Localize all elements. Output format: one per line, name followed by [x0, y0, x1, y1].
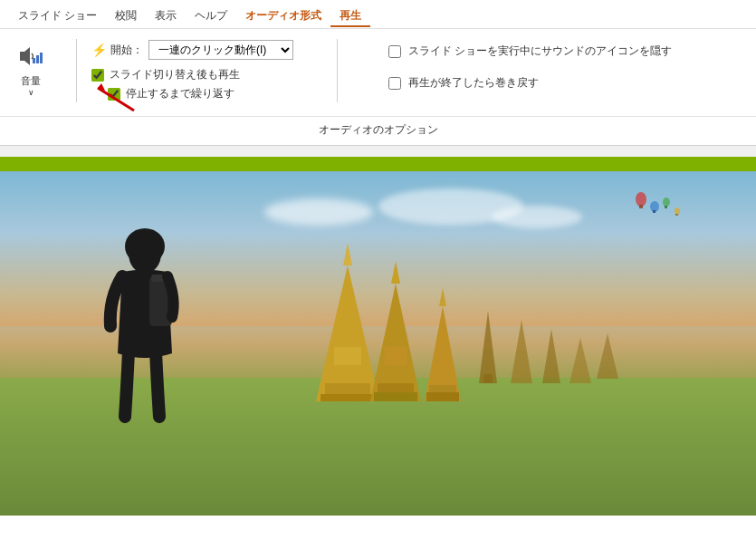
rewind-checkbox-row: 再生が終了したら巻き戻す	[388, 75, 672, 91]
balloons	[623, 188, 695, 243]
audio-options-link[interactable]: オーディオのオプション	[319, 123, 438, 136]
svg-point-31	[125, 228, 165, 265]
hide-icon-label[interactable]: スライド ショーを実行中にサウンドのアイコンを隠す	[408, 43, 672, 59]
green-bar	[0, 157, 756, 171]
svg-marker-11	[597, 333, 618, 379]
ribbon-divider-2	[337, 39, 338, 102]
options-bar: オーディオのオプション	[0, 116, 756, 145]
slide-switch-label[interactable]: スライド切り替え後も再生	[110, 67, 240, 82]
svg-marker-9	[542, 329, 560, 383]
volume-icon	[14, 40, 47, 72]
hide-icon-checkbox-row: スライド ショーを実行中にサウンドのアイコンを隠す	[388, 43, 672, 59]
svg-rect-27	[426, 392, 459, 401]
volume-label[interactable]: 音量	[21, 74, 41, 88]
volume-section: 音量 ∨	[14, 36, 47, 97]
svg-rect-35	[639, 205, 643, 208]
svg-marker-10	[569, 338, 591, 383]
svg-rect-39	[665, 206, 667, 208]
menu-item-help[interactable]: ヘルプ	[186, 5, 236, 27]
white-gap	[0, 146, 756, 157]
svg-marker-0	[20, 47, 30, 65]
slide-switch-checkbox-row: スライド切り替え後も再生	[91, 67, 293, 82]
svg-marker-18	[343, 243, 352, 265]
temple-scene	[189, 238, 687, 419]
loop-checkbox-row: 停止するまで繰り返す	[91, 86, 293, 101]
svg-marker-24	[391, 261, 400, 284]
loop-label[interactable]: 停止するまで繰り返す	[126, 86, 234, 101]
svg-rect-41	[675, 214, 678, 216]
svg-rect-14	[321, 394, 375, 401]
svg-point-34	[636, 192, 646, 207]
ribbon: 音量 ∨ ⚡ 開始： 一連のクリック動作(I) 自動 クリック時	[0, 29, 756, 146]
svg-rect-22	[381, 365, 410, 383]
start-row: ⚡ 開始： 一連のクリック動作(I) 自動 クリック時	[91, 40, 293, 60]
svg-rect-21	[374, 392, 417, 401]
svg-marker-8	[511, 320, 532, 383]
person-silhouette	[91, 227, 199, 426]
svg-marker-6	[479, 311, 497, 383]
svg-marker-29	[439, 288, 446, 306]
svg-rect-16	[334, 347, 361, 365]
start-select[interactable]: 一連のクリック動作(I) 自動 クリック時	[148, 40, 293, 60]
svg-rect-1	[33, 58, 35, 63]
svg-rect-2	[36, 55, 39, 63]
bolt-icon: ⚡	[91, 43, 107, 57]
ribbon-content: 音量 ∨ ⚡ 開始： 一連のクリック動作(I) 自動 クリック時	[0, 29, 756, 112]
svg-point-38	[663, 198, 670, 207]
svg-point-40	[675, 207, 680, 215]
svg-rect-15	[330, 365, 366, 383]
loop-checkbox[interactable]	[108, 88, 120, 101]
rewind-label[interactable]: 再生が終了したら巻き戻す	[408, 75, 539, 91]
slide-image	[0, 171, 756, 516]
slide-switch-checkbox[interactable]	[91, 69, 104, 82]
hide-icon-checkbox[interactable]	[388, 45, 401, 58]
right-section: スライド ショーを実行中にサウンドのアイコンを隠す 再生が終了したら巻き戻す	[388, 36, 672, 100]
menu-item-slideshow[interactable]: スライド ショー	[9, 5, 106, 27]
app-window: スライド ショー 校閲 表示 ヘルプ オーディオ形式 再生	[0, 0, 756, 540]
svg-rect-17	[339, 329, 357, 347]
svg-rect-23	[385, 347, 407, 365]
menu-item-view[interactable]: 表示	[146, 5, 186, 27]
svg-rect-7	[483, 374, 493, 383]
start-section: ⚡ 開始： 一連のクリック動作(I) 自動 クリック時 スライド切り替え後も再生	[91, 36, 293, 105]
rewind-checkbox[interactable]	[388, 77, 401, 90]
menu-bar: スライド ショー 校閲 表示 ヘルプ オーディオ形式 再生	[0, 0, 756, 29]
menu-item-playback[interactable]: 再生	[330, 5, 370, 27]
volume-chevron-icon: ∨	[28, 88, 34, 97]
menu-item-review[interactable]: 校閲	[106, 5, 146, 27]
start-label: 開始：	[110, 43, 143, 58]
menu-item-audio-format[interactable]: オーディオ形式	[236, 5, 330, 27]
svg-rect-3	[40, 53, 43, 63]
ribbon-divider-1	[76, 39, 77, 102]
svg-rect-28	[432, 370, 454, 385]
svg-rect-37	[653, 210, 656, 213]
